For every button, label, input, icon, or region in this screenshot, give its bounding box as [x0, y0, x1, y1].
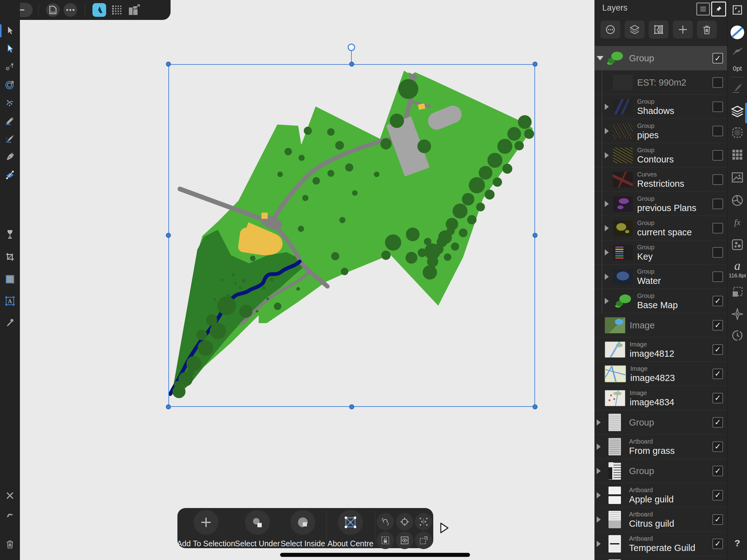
expand-triangle-icon[interactable] [605, 201, 609, 207]
hide-selection-toggle[interactable] [396, 532, 413, 549]
expand-triangle-icon[interactable] [605, 152, 609, 158]
transform-separately-toggle[interactable] [415, 532, 432, 549]
lock-children-toggle[interactable] [377, 532, 394, 549]
layer-visibility-checkbox[interactable] [713, 247, 723, 258]
layer-visibility-checkbox[interactable] [713, 223, 723, 233]
export-layout-button[interactable] [127, 3, 141, 17]
layer-row[interactable]: Group [595, 46, 727, 70]
layer-visibility-checkbox[interactable] [713, 490, 723, 501]
layer-visibility-checkbox[interactable] [713, 368, 723, 379]
layer-row[interactable]: ArtboardApple guild [595, 483, 727, 507]
colour-picker-tool[interactable] [0, 314, 20, 332]
vector-brush-tool[interactable] [0, 130, 20, 148]
expand-triangle-icon[interactable] [597, 443, 601, 450]
selection-tab[interactable] [727, 126, 747, 139]
expand-triangle-icon[interactable] [597, 516, 601, 523]
layer-visibility-checkbox[interactable] [713, 344, 723, 355]
layer-stack-button[interactable] [625, 21, 645, 39]
pen-tool[interactable] [0, 148, 20, 166]
layer-visibility-checkbox[interactable] [713, 441, 723, 452]
navigator-tab[interactable] [727, 308, 747, 321]
transform-tab[interactable] [727, 286, 747, 298]
add-to-selection-button[interactable] [183, 510, 229, 535]
delete-button[interactable] [0, 535, 20, 553]
app-logo[interactable] [93, 3, 106, 17]
mask-button[interactable] [649, 21, 669, 39]
expand-panel-button[interactable] [727, 4, 747, 16]
layer-visibility-checkbox[interactable] [713, 53, 723, 63]
layer-row[interactable]: Group [595, 410, 727, 435]
layer-row[interactable]: ArtboardCitrus guild [595, 507, 727, 532]
layer-row[interactable]: GroupShadows [595, 95, 727, 119]
layer-visibility-checkbox[interactable] [713, 77, 723, 88]
help-button[interactable]: ? [727, 538, 747, 549]
layer-visibility-checkbox[interactable] [713, 126, 723, 136]
effects-tab[interactable]: fx [727, 217, 747, 228]
point-transform-tool[interactable] [0, 58, 20, 75]
layer-row[interactable]: ArtboardTemperate Guild [595, 532, 727, 556]
layer-row[interactable]: ArtboardFrom grass [595, 435, 727, 459]
transparency-tool[interactable] [0, 226, 20, 243]
add-layer-button[interactable] [673, 21, 693, 39]
layer-row[interactable]: GroupBase Map [595, 289, 727, 313]
layer-visibility-checkbox[interactable] [713, 466, 723, 476]
layer-visibility-checkbox[interactable] [713, 272, 723, 282]
rotation-handle[interactable] [348, 44, 355, 51]
image-tab[interactable] [727, 172, 747, 183]
rotate-toggle[interactable] [377, 513, 394, 530]
selection-bounding-box[interactable] [169, 64, 535, 407]
crop-tool[interactable] [0, 248, 20, 265]
typography-tab[interactable]: a [727, 260, 747, 272]
delete-layer-button[interactable] [697, 21, 717, 39]
contour-tool[interactable] [0, 76, 20, 93]
expand-triangle-icon[interactable] [605, 298, 609, 304]
history-tab[interactable] [727, 329, 747, 342]
expand-triangle-icon[interactable] [597, 468, 601, 474]
layer-row[interactable]: CurvesRestrictions [595, 168, 727, 192]
layer-row[interactable]: Artboard [595, 556, 727, 560]
layer-visibility-checkbox[interactable] [713, 514, 723, 525]
origin-toggle[interactable] [396, 513, 413, 530]
selection-handle-s[interactable] [349, 404, 354, 409]
layer-visibility-checkbox[interactable] [713, 296, 723, 306]
select-under-button[interactable] [234, 510, 281, 535]
layer-row[interactable]: Grouppipes [595, 119, 727, 143]
selection-handle-se[interactable] [533, 404, 538, 409]
expand-triangle-icon[interactable] [597, 492, 601, 499]
expand-triangle-icon[interactable] [605, 225, 609, 231]
document-menu-button[interactable] [46, 3, 60, 17]
grid-tab[interactable] [727, 149, 747, 161]
selection-handle-nw[interactable] [166, 61, 171, 67]
layer-row[interactable]: GroupKey [595, 240, 727, 264]
expand-triangle-icon[interactable] [605, 249, 609, 256]
layer-row[interactable]: Groupprevious Plans [595, 192, 727, 216]
pencil-tool[interactable] [0, 112, 20, 129]
layer-visibility-checkbox[interactable] [713, 320, 723, 331]
home-indicator[interactable] [280, 553, 470, 557]
mirror-toggle[interactable] [415, 513, 432, 530]
panel-options-button[interactable] [696, 2, 710, 16]
snapping-button[interactable] [0, 508, 20, 526]
move-tool[interactable] [0, 22, 20, 39]
corner-tool[interactable] [0, 94, 20, 111]
deselect-button[interactable] [0, 487, 20, 504]
swatches-tab[interactable] [727, 238, 747, 251]
layer-row[interactable]: Imageimage4834 [595, 386, 727, 410]
brushes-tab[interactable] [727, 82, 747, 94]
rectangle-tool[interactable] [0, 271, 20, 288]
layer-row[interactable]: GroupWater [595, 264, 727, 289]
layer-visibility-checkbox[interactable] [713, 150, 723, 161]
layer-row[interactable]: Groupcurrent space [595, 216, 727, 240]
stroke-style-button[interactable] [727, 47, 747, 56]
expand-triangle-icon[interactable] [605, 274, 609, 280]
colour-tab[interactable] [727, 194, 747, 207]
expand-triangle-icon[interactable] [597, 56, 603, 60]
selection-handle-n[interactable] [349, 61, 354, 67]
stroke-colour-well[interactable] [727, 25, 747, 40]
layer-visibility-checkbox[interactable] [713, 393, 723, 403]
layer-visibility-checkbox[interactable] [713, 101, 723, 112]
expand-triangle-icon[interactable] [605, 128, 609, 134]
selection-handle-sw[interactable] [166, 404, 171, 409]
layers-tab[interactable] [727, 105, 747, 118]
text-tool[interactable]: A [0, 292, 20, 310]
